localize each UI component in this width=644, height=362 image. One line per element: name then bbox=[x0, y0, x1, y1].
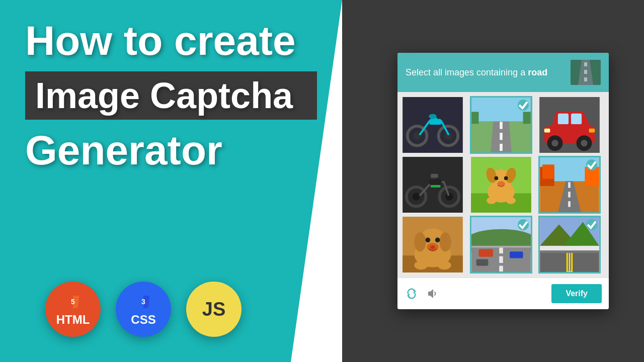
captcha-prompt: Select all images containing a road bbox=[406, 67, 547, 78]
svg-rect-65 bbox=[568, 182, 571, 188]
title-line3: Generator bbox=[25, 130, 317, 171]
svg-text:3: 3 bbox=[141, 298, 145, 306]
left-panel: How to create Image Captcha Generator 5 … bbox=[0, 0, 342, 362]
svg-rect-66 bbox=[568, 192, 571, 197]
captcha-cell-8[interactable] bbox=[470, 216, 532, 274]
footer-icons bbox=[405, 287, 439, 301]
svg-rect-63 bbox=[542, 164, 554, 178]
svg-rect-17 bbox=[429, 119, 441, 125]
captcha-cell-3[interactable] bbox=[538, 96, 601, 154]
svg-rect-88 bbox=[476, 259, 489, 265]
captcha-grid bbox=[397, 92, 609, 278]
html-icon: 5 bbox=[64, 293, 82, 314]
captcha-cell-5[interactable] bbox=[470, 156, 532, 214]
prompt-bold: road bbox=[528, 67, 547, 77]
svg-rect-45 bbox=[429, 179, 441, 185]
selected-check-2 bbox=[518, 100, 529, 111]
js-icon: JS bbox=[202, 300, 225, 319]
svg-rect-46 bbox=[431, 174, 438, 178]
svg-point-73 bbox=[440, 232, 451, 252]
svg-rect-89 bbox=[471, 246, 531, 248]
js-badge: JS bbox=[186, 282, 242, 337]
prompt-text: Select all images containing a bbox=[406, 67, 528, 77]
captcha-footer: Verify bbox=[397, 278, 609, 309]
right-panel: Select all images containing a road bbox=[342, 0, 644, 362]
css-badge: 3 CSS bbox=[116, 282, 171, 337]
selected-check-8 bbox=[518, 219, 529, 230]
title-line1: How to create bbox=[25, 20, 317, 61]
svg-point-36 bbox=[551, 140, 558, 147]
title-line2: Image Captcha bbox=[35, 77, 307, 114]
captcha-widget: Select all images containing a road bbox=[397, 53, 609, 309]
svg-rect-47 bbox=[431, 185, 440, 188]
svg-point-43 bbox=[412, 193, 420, 200]
svg-rect-28 bbox=[471, 112, 478, 124]
svg-point-74 bbox=[426, 238, 431, 243]
svg-point-54 bbox=[494, 176, 498, 180]
svg-point-18 bbox=[429, 114, 436, 119]
css-icon: 3 bbox=[134, 293, 152, 314]
verify-button[interactable]: Verify bbox=[551, 284, 602, 303]
svg-point-78 bbox=[414, 261, 428, 269]
svg-point-72 bbox=[414, 232, 426, 252]
svg-rect-96 bbox=[540, 250, 599, 253]
svg-rect-83 bbox=[499, 247, 503, 253]
svg-point-37 bbox=[581, 140, 588, 147]
html-label: HTML bbox=[56, 314, 90, 326]
captcha-cell-6[interactable] bbox=[538, 156, 601, 214]
captcha-header: Select all images containing a road bbox=[397, 53, 609, 92]
svg-text:5: 5 bbox=[71, 298, 75, 306]
svg-point-77 bbox=[430, 245, 435, 249]
captcha-thumbnail bbox=[571, 60, 601, 85]
title-box: Image Captcha bbox=[25, 71, 317, 120]
selected-check-9 bbox=[586, 219, 597, 230]
captcha-cell-4[interactable] bbox=[401, 156, 464, 214]
svg-rect-26 bbox=[500, 144, 503, 151]
svg-rect-87 bbox=[510, 251, 523, 258]
svg-rect-85 bbox=[499, 266, 503, 272]
svg-point-55 bbox=[504, 176, 508, 180]
svg-rect-39 bbox=[589, 129, 595, 133]
captcha-cell-7[interactable] bbox=[401, 216, 464, 274]
svg-rect-11 bbox=[571, 60, 601, 85]
svg-point-75 bbox=[435, 238, 440, 243]
svg-point-58 bbox=[506, 197, 516, 204]
svg-rect-29 bbox=[523, 112, 531, 124]
svg-point-79 bbox=[438, 261, 451, 269]
svg-rect-24 bbox=[500, 122, 503, 129]
refresh-button[interactable] bbox=[405, 287, 419, 301]
css-label: CSS bbox=[131, 314, 155, 326]
captcha-cell-1[interactable] bbox=[401, 96, 464, 154]
captcha-cell-2[interactable] bbox=[470, 96, 532, 154]
svg-rect-86 bbox=[478, 249, 493, 257]
selected-check-6 bbox=[586, 159, 597, 170]
html-badge: 5 HTML bbox=[45, 282, 101, 337]
svg-rect-67 bbox=[568, 201, 571, 207]
audio-button[interactable] bbox=[425, 287, 439, 301]
svg-rect-84 bbox=[499, 256, 503, 263]
svg-rect-25 bbox=[500, 133, 503, 140]
svg-point-57 bbox=[487, 197, 496, 204]
captcha-cell-9[interactable] bbox=[538, 216, 601, 274]
svg-marker-97 bbox=[428, 289, 433, 298]
svg-rect-38 bbox=[544, 129, 550, 133]
tech-badges: 5 HTML 3 CSS JS bbox=[45, 282, 242, 337]
svg-rect-33 bbox=[571, 114, 582, 124]
svg-point-44 bbox=[445, 193, 453, 200]
svg-rect-32 bbox=[558, 114, 569, 124]
